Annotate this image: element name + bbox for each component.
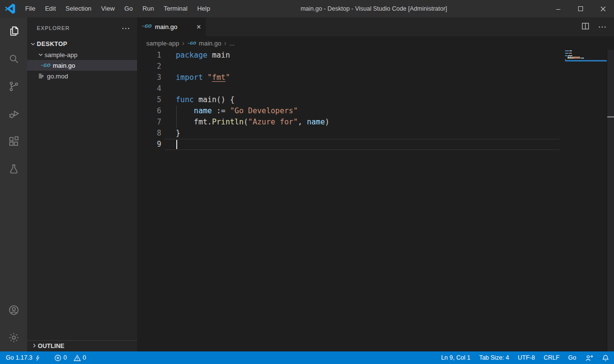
code-text: func main() {	[176, 94, 234, 106]
encoding-status[interactable]: UTF-8	[518, 354, 535, 361]
settings-gear-icon[interactable]	[0, 324, 27, 351]
code-editor[interactable]: 1package main23import "fmt"45func main()…	[137, 50, 614, 351]
tree-item-main-go[interactable]: GO main.go	[27, 60, 137, 71]
outline-label: OUTLINE	[38, 343, 64, 349]
sidebar-title: EXPLORER	[37, 25, 70, 31]
code-line-1[interactable]: 1package main	[137, 50, 614, 61]
folder-label: sample-app	[45, 51, 77, 59]
breadcrumb-item-folder[interactable]: sample-app	[146, 40, 179, 47]
explorer-icon[interactable]	[0, 17, 27, 45]
chevron-right-icon	[31, 342, 38, 350]
line-number: 1	[137, 50, 161, 61]
editor-group: GO main.go × ⋯ sample-app › GO	[137, 17, 614, 351]
close-button[interactable]	[592, 0, 614, 17]
cursor-position-status[interactable]: Ln 9, Col 1	[441, 354, 470, 361]
minimap[interactable]	[563, 50, 607, 61]
file-label: go.mod	[47, 73, 68, 80]
menu-go[interactable]: Go	[120, 0, 138, 17]
error-count: 0	[63, 354, 67, 361]
close-icon	[600, 6, 606, 12]
minimap-line	[565, 60, 607, 61]
tree-item-sample-app[interactable]: sample-app	[27, 49, 137, 60]
code-text: package main	[176, 50, 230, 61]
code-text: fmt.Println("Azure for", name)	[176, 117, 329, 128]
source-control-icon[interactable]	[0, 73, 27, 100]
line-number: 3	[137, 72, 161, 83]
extensions-icon[interactable]	[0, 128, 27, 155]
menu-help[interactable]: Help	[192, 0, 215, 17]
line-number: 6	[137, 106, 161, 117]
code-text: name := "Go Developers"	[176, 106, 298, 117]
outline-section[interactable]: OUTLINE	[27, 340, 137, 351]
scrollbar[interactable]	[607, 50, 614, 351]
menu-run[interactable]: Run	[138, 0, 159, 17]
menu-bar: File Edit Selection View Go Run Terminal…	[20, 0, 215, 17]
tab-main-go[interactable]: GO main.go ×	[137, 17, 206, 36]
code-line-5[interactable]: 5func main() {	[137, 94, 614, 106]
tree-root-desktop[interactable]: DESKTOP	[27, 39, 137, 49]
code-line-6[interactable]: 6 name := "Go Developers"	[137, 106, 614, 117]
more-actions-icon[interactable]: ⋯	[598, 22, 606, 32]
breadcrumb-item-symbol[interactable]: ...	[230, 40, 235, 47]
line-number: 5	[137, 94, 161, 106]
code-text: import "fmt"	[176, 72, 230, 83]
breadcrumb-item-file[interactable]: main.go	[199, 40, 221, 47]
code-lines: 1package main23import "fmt"45func main()…	[137, 50, 614, 150]
indentation-status[interactable]: Tab Size: 4	[479, 354, 509, 361]
status-left: Go 1.17.3 0 0	[6, 354, 86, 362]
minimize-button[interactable]: –	[547, 0, 569, 17]
line-number: 7	[137, 117, 161, 128]
tree-item-go-mod[interactable]: go.mod	[27, 71, 137, 81]
code-line-2[interactable]: 2	[137, 61, 614, 72]
workbench: EXPLORER ⋯ DESKTOP sample-app GO	[0, 17, 614, 351]
menu-view[interactable]: View	[96, 0, 120, 17]
status-bar: Go 1.17.3 0 0 Ln 9, Col 1 Tab Size: 4 UT…	[0, 351, 614, 364]
menu-terminal[interactable]: Terminal	[159, 0, 192, 17]
maximize-button[interactable]	[569, 0, 592, 17]
account-icon[interactable]	[0, 296, 27, 324]
code-line-8[interactable]: 8}	[137, 128, 614, 139]
menu-edit[interactable]: Edit	[40, 0, 61, 17]
tree-root-label: DESKTOP	[37, 41, 67, 47]
chevron-down-icon	[37, 51, 45, 58]
vscode-logo-icon	[0, 3, 20, 14]
testing-icon[interactable]	[0, 155, 27, 183]
tree-indent-guide	[35, 60, 36, 71]
go-version-label: Go 1.17.3	[6, 354, 32, 361]
text-cursor	[176, 140, 177, 149]
overview-ruler-cursor-marker	[607, 116, 614, 118]
maximize-icon	[578, 6, 583, 11]
run-debug-icon[interactable]	[0, 100, 27, 128]
problems-status[interactable]: 0 0	[54, 354, 86, 362]
more-actions-icon[interactable]: ⋯	[122, 23, 130, 33]
svg-text:GO: GO	[189, 41, 196, 46]
explorer-sidebar: EXPLORER ⋯ DESKTOP sample-app GO	[27, 17, 137, 351]
code-line-3[interactable]: 3import "fmt"	[137, 72, 614, 83]
tab-close-icon[interactable]: ×	[197, 23, 201, 31]
feedback-icon[interactable]	[585, 354, 593, 362]
go-version-status[interactable]: Go 1.17.3	[6, 354, 41, 362]
sidebar-header: EXPLORER ⋯	[27, 17, 137, 39]
svg-text:GO: GO	[43, 63, 50, 68]
notifications-bell-icon[interactable]	[602, 354, 609, 362]
breadcrumb: sample-app › GO main.go › ...	[137, 36, 614, 50]
search-icon[interactable]	[0, 45, 27, 73]
code-line-9[interactable]: 9	[137, 139, 614, 150]
menu-file[interactable]: File	[20, 0, 40, 17]
code-line-4[interactable]: 4	[137, 83, 614, 94]
language-mode-status[interactable]: Go	[568, 354, 576, 361]
tab-bar: GO main.go × ⋯	[137, 17, 614, 36]
chevron-down-icon	[29, 41, 37, 47]
menu-selection[interactable]: Selection	[61, 0, 96, 17]
eol-status[interactable]: CRLF	[544, 354, 560, 361]
minimize-icon: –	[556, 6, 560, 11]
line-number: 4	[137, 83, 161, 94]
editor-actions: ⋯	[582, 17, 614, 36]
code-line-7[interactable]: 7 fmt.Println("Azure for", name)	[137, 117, 614, 128]
warning-count: 0	[83, 354, 86, 361]
go-file-icon: GO	[142, 23, 152, 30]
current-line-highlight	[165, 139, 559, 150]
title-bar: File Edit Selection View Go Run Terminal…	[0, 0, 614, 17]
activity-bar	[0, 17, 27, 351]
split-editor-icon[interactable]	[582, 22, 589, 32]
